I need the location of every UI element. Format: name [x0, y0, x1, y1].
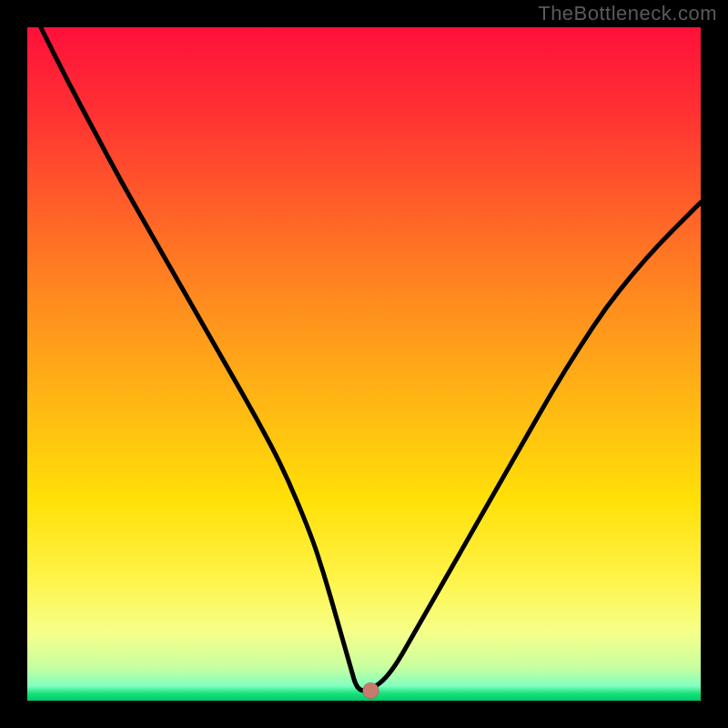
plot-area — [27, 27, 701, 701]
chart-stage: TheBottleneck.com — [0, 0, 728, 728]
bottleneck-curve — [41, 27, 701, 691]
curve-layer — [27, 27, 701, 701]
optimum-marker — [362, 682, 379, 699]
attribution-label: TheBottleneck.com — [538, 2, 717, 25]
